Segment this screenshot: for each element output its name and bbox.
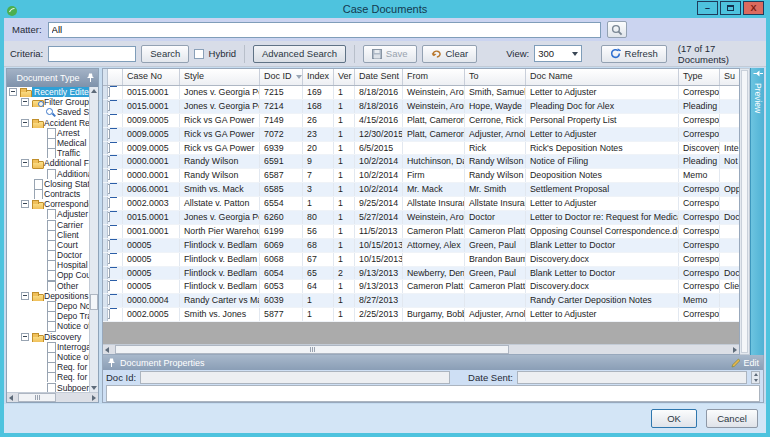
tree-item[interactable]: Interrogat — [7, 342, 89, 352]
tree-item[interactable]: Req. for A — [7, 362, 89, 372]
table-row[interactable]: 0002.0005 Smith vs. Jones 5877 1 1 2/25/… — [103, 308, 739, 322]
table-row[interactable]: 0006.0001 Smith vs. Mack 6585 3 1 10/2/2… — [103, 183, 739, 197]
tree-item[interactable]: Filter Groups — [7, 97, 89, 107]
pin-icon[interactable] — [107, 358, 116, 368]
cancel-button[interactable]: Cancel — [706, 409, 758, 428]
doc-id-field[interactable] — [140, 371, 450, 384]
grid-hscroll-thumb[interactable] — [115, 345, 509, 354]
date-spinner[interactable] — [751, 371, 760, 384]
tree-item[interactable]: Other — [7, 281, 89, 291]
table-row[interactable]: 0000.0001 Randy Wilson 6591 9 1 10/2/201… — [103, 155, 739, 169]
col-type[interactable]: Type — [679, 69, 720, 85]
col-doc-id[interactable]: Doc ID — [260, 69, 303, 85]
tree-vertical-scrollbar[interactable] — [89, 87, 98, 392]
edit-button[interactable]: Edit — [731, 358, 759, 368]
grid-vertical-scrollbar[interactable] — [740, 68, 750, 355]
expander-icon[interactable] — [21, 333, 29, 341]
col-date-sent[interactable]: Date Sent — [355, 69, 403, 85]
advanced-search-button[interactable]: Advanced Search — [253, 45, 346, 63]
expander-icon[interactable] — [21, 159, 29, 167]
col-style[interactable]: Style — [180, 69, 260, 85]
table-row[interactable]: 00005 Flintlock v. Bedlam Mi... 6054 65 … — [103, 267, 739, 281]
table-row[interactable]: 0000.0001 Randy Wilson 6587 7 1 10/2/201… — [103, 169, 739, 183]
grid-horizontal-scrollbar[interactable] — [103, 344, 739, 354]
matter-input[interactable] — [48, 22, 601, 38]
col-ver[interactable]: Ver — [334, 69, 355, 85]
table-row[interactable]: 00005 Flintlock v. Bedlam Mi... 6068 67 … — [103, 253, 739, 267]
expander-icon[interactable] — [21, 119, 29, 127]
hybrid-checkbox[interactable] — [194, 49, 203, 59]
tree-item[interactable]: Closing Stater — [7, 179, 89, 189]
tree-item[interactable]: Notice of — [7, 321, 89, 331]
tree-item[interactable]: Adjuster — [7, 209, 89, 219]
tree-item[interactable]: Client — [7, 230, 89, 240]
tree-vscroll-thumb[interactable] — [90, 294, 98, 310]
table-row[interactable]: 00005 Flintlock v. Bedlam Mi... 6053 64 … — [103, 280, 739, 294]
scroll-right-icon[interactable] — [733, 347, 737, 353]
table-row[interactable]: 0009.0005 Rick vs GA Power 7149 26 1 4/1… — [103, 114, 739, 128]
table-row[interactable]: 0015.0001 Jones v. Georgia Power 7214 16… — [103, 100, 739, 114]
view-select[interactable]: 300 — [534, 45, 581, 62]
col-icon[interactable] — [108, 69, 123, 85]
pin-icon[interactable] — [86, 73, 95, 83]
ok-button[interactable]: OK — [651, 409, 697, 428]
expander-icon[interactable] — [21, 98, 29, 106]
save-button[interactable]: Save — [363, 45, 417, 63]
col-sub-type[interactable]: Su — [720, 69, 739, 85]
tree-hscroll-thumb[interactable] — [18, 393, 56, 402]
tree-item[interactable]: Depo Tra — [7, 311, 89, 321]
table-row[interactable]: 0001.0001 North Pier Warehouse ... 6199 … — [103, 225, 739, 239]
expander-icon[interactable] — [21, 292, 29, 300]
maximize-button[interactable] — [720, 1, 741, 15]
table-row[interactable]: 0000.0004 Randy Carter vs Mary ... 6039 … — [103, 294, 739, 308]
expander-icon[interactable] — [21, 200, 29, 208]
scroll-up-icon[interactable] — [91, 89, 97, 93]
tree-item[interactable]: Traffic — [7, 148, 89, 158]
tree-item[interactable]: Depo Not — [7, 301, 89, 311]
scroll-right-icon[interactable] — [92, 395, 96, 401]
table-row[interactable]: 0002.0003 Allstate v. Patton 6554 1 1 9/… — [103, 197, 739, 211]
tree-item[interactable]: Court — [7, 240, 89, 250]
close-button[interactable]: X — [743, 1, 764, 15]
refresh-button[interactable]: Refresh — [601, 45, 667, 63]
properties-notes-field[interactable] — [106, 385, 760, 402]
tree-item[interactable]: Carrier — [7, 219, 89, 229]
table-row[interactable]: 0009.0005 Rick vs GA Power 6939 20 1 6/5… — [103, 142, 739, 156]
clear-button[interactable]: Clear — [422, 45, 478, 63]
tree-item[interactable]: Depositions — [7, 291, 89, 301]
tree-item[interactable]: Subpoena — [7, 382, 89, 392]
table-row[interactable]: 0009.0005 Rick vs GA Power 7072 23 1 12/… — [103, 128, 739, 142]
tree-item[interactable]: Additional Fol — [7, 158, 89, 168]
tree-item[interactable]: Accident Rep — [7, 118, 89, 128]
tree-item[interactable]: Req. for P — [7, 372, 89, 382]
tree-item[interactable]: Recently Edited L — [7, 87, 89, 97]
table-row[interactable]: 0015.0001 Jones v. Georgia Power 7215 16… — [103, 86, 739, 100]
search-button[interactable]: Search — [141, 45, 189, 63]
table-row[interactable]: 00005 Flintlock v. Bedlam Mi... 6069 68 … — [103, 239, 739, 253]
tree-item[interactable]: Hospital — [7, 260, 89, 270]
tree-item[interactable]: Corresponden — [7, 199, 89, 209]
col-index[interactable]: Index — [303, 69, 334, 85]
matter-lookup-button[interactable] — [607, 21, 627, 38]
preview-tab[interactable]: Preview — [750, 68, 764, 355]
tree-item[interactable]: Additional — [7, 169, 89, 179]
col-case-no[interactable]: Case No — [123, 69, 180, 85]
scroll-down-icon[interactable] — [91, 386, 97, 390]
criteria-input[interactable] — [48, 46, 136, 62]
expander-icon[interactable] — [9, 88, 17, 96]
date-sent-field[interactable] — [517, 371, 747, 384]
tree-horizontal-scrollbar[interactable] — [7, 392, 98, 402]
tree-item[interactable]: Saved Se — [7, 107, 89, 117]
col-from[interactable]: From — [403, 69, 465, 85]
tree-item[interactable]: Opp Cour — [7, 270, 89, 280]
table-row[interactable]: 0015.0001 Jones v. Georgia Power 6260 80… — [103, 211, 739, 225]
scroll-left-icon[interactable] — [9, 395, 13, 401]
grid-vscroll-thumb[interactable] — [741, 70, 748, 353]
tree-item[interactable]: Contracts — [7, 189, 89, 199]
tree-item[interactable]: Medical — [7, 138, 89, 148]
tree-item[interactable]: Notice of — [7, 352, 89, 362]
col-to[interactable]: To — [465, 69, 526, 85]
tree-item[interactable]: Discovery — [7, 332, 89, 342]
minimize-button[interactable]: – — [697, 1, 718, 15]
scroll-left-icon[interactable] — [105, 347, 109, 353]
